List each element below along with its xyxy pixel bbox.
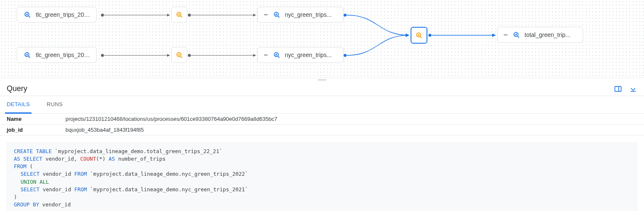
svg-rect-39 <box>419 34 419 36</box>
table-row: job_id bquxjob_453ba4af_1843f194f85 <box>0 125 644 135</box>
node-op-2[interactable] <box>171 47 187 63</box>
split-view-icon[interactable] <box>614 85 622 93</box>
svg-point-40 <box>514 32 518 36</box>
panel-splitter[interactable] <box>0 78 644 82</box>
svg-point-2 <box>188 14 191 17</box>
svg-line-21 <box>277 16 279 18</box>
panel-title: Query <box>7 84 27 93</box>
svg-rect-38 <box>418 34 419 36</box>
node-op-1[interactable] <box>171 7 187 23</box>
node-label: total_green_trip... <box>525 31 571 38</box>
detail-val: bquxjob_453ba4af_1843f194f85 <box>59 125 644 135</box>
svg-rect-18 <box>178 14 179 15</box>
svg-rect-19 <box>179 13 180 16</box>
bigquery-icon <box>23 51 31 59</box>
detail-val: projects/123101210468/locations/us/proce… <box>59 114 644 125</box>
svg-point-9 <box>344 54 347 57</box>
node-label: nyc_green_trips... <box>285 52 332 58</box>
svg-point-4 <box>101 54 104 57</box>
svg-rect-30 <box>178 54 179 55</box>
svg-line-41 <box>517 36 519 38</box>
bigquery-icon <box>512 31 521 39</box>
svg-rect-14 <box>26 14 27 15</box>
svg-point-16 <box>177 12 181 16</box>
node-total[interactable]: − total_green_trip... <box>497 27 583 43</box>
svg-point-8 <box>344 14 347 17</box>
node-nyc-2021[interactable]: − nyc_green_trips... <box>257 7 343 23</box>
bigquery-icon <box>272 51 281 59</box>
collapse-icon[interactable]: − <box>264 51 268 59</box>
svg-point-24 <box>25 52 29 57</box>
collapse-icon[interactable]: − <box>264 11 268 18</box>
svg-rect-15 <box>27 13 28 16</box>
svg-line-13 <box>29 16 30 18</box>
svg-line-29 <box>181 56 182 58</box>
node-op-merge[interactable] <box>411 27 427 44</box>
bigquery-icon <box>415 31 423 39</box>
svg-line-33 <box>277 56 279 58</box>
tab-details[interactable]: DETAILS <box>5 96 31 114</box>
node-label: nyc_green_trips... <box>285 11 332 18</box>
tabs: DETAILS RUNS <box>0 96 644 114</box>
svg-rect-34 <box>275 54 276 55</box>
node-label: tlc_green_trips_2022 <box>36 52 90 58</box>
svg-point-12 <box>25 12 29 16</box>
table-row: Name projects/123101210468/locations/us/… <box>0 114 644 125</box>
svg-rect-22 <box>275 14 276 15</box>
svg-rect-26 <box>26 54 27 55</box>
bigquery-icon <box>23 10 31 19</box>
svg-point-10 <box>429 34 432 37</box>
svg-line-17 <box>181 16 182 18</box>
collapse-icon[interactable]: − <box>503 31 508 39</box>
panel-header: Query <box>0 82 644 96</box>
tab-runs[interactable]: RUNS <box>45 96 64 113</box>
svg-rect-27 <box>27 54 28 56</box>
bigquery-icon <box>175 10 183 19</box>
svg-rect-42 <box>515 34 516 35</box>
svg-rect-23 <box>276 13 277 16</box>
svg-point-6 <box>188 54 191 57</box>
details-table: Name projects/123101210468/locations/us/… <box>0 114 644 135</box>
node-tlc-2022[interactable]: tlc_green_trips_2022 <box>17 47 97 63</box>
detail-key: Name <box>0 114 59 125</box>
bigquery-icon <box>175 51 183 59</box>
svg-rect-43 <box>516 34 517 36</box>
lineage-canvas[interactable]: tlc_green_trips_2021 − nyc_green_trips..… <box>0 0 644 78</box>
svg-point-28 <box>177 52 181 57</box>
collapse-panel-icon[interactable] <box>629 85 637 93</box>
bigquery-icon <box>272 10 281 19</box>
svg-rect-31 <box>179 54 180 56</box>
svg-line-25 <box>29 56 30 58</box>
node-tlc-2021[interactable]: tlc_green_trips_2021 <box>17 7 97 23</box>
node-label: tlc_green_trips_2021 <box>36 11 90 18</box>
svg-rect-35 <box>276 54 277 56</box>
svg-line-37 <box>420 36 422 38</box>
svg-rect-44 <box>615 86 621 91</box>
svg-point-0 <box>101 14 104 17</box>
node-nyc-2022[interactable]: − nyc_green_trips... <box>257 47 343 63</box>
sql-code: CREATE TABLE `myproject.data_lineage_dem… <box>7 142 637 211</box>
detail-key: job_id <box>0 125 59 135</box>
